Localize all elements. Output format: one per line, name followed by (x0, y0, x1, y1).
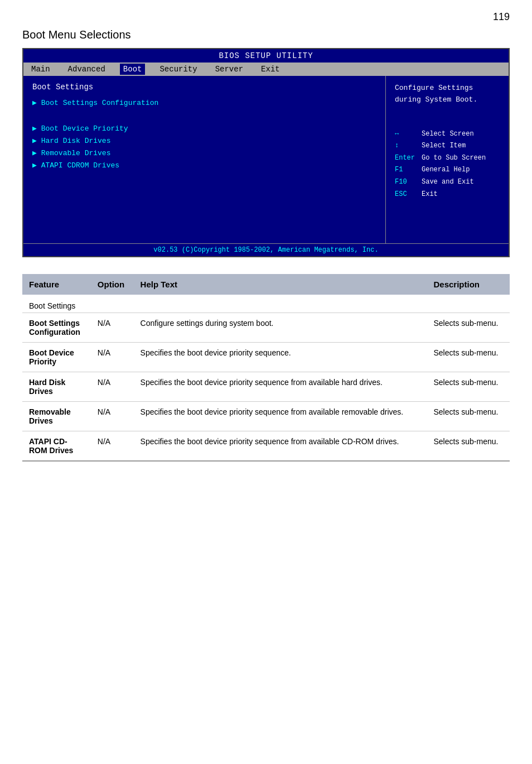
table-row: Hard DiskDrives N/A Specifies the boot d… (22, 372, 510, 402)
bios-item-atapi-cdrom[interactable]: ATAPI CDROM Drives (32, 161, 376, 170)
desc-hard-disk-drives: Selects sub-menu. (427, 372, 510, 402)
table-section-boot-settings: Boot Settings (22, 295, 510, 313)
help-boot-settings-config: Configure settings during system boot. (134, 313, 427, 343)
bios-key-enter: Enter Go to Sub Screen (395, 152, 500, 165)
key-f10: F10 (395, 176, 417, 189)
feature-boot-device-priority: Boot DevicePriority (22, 343, 91, 372)
help-hard-disk-drives: Specifies the boot device priority seque… (134, 372, 427, 402)
desc-removable-drives: Selects sub-menu. (427, 402, 510, 431)
bios-menu-advanced[interactable]: Advanced (65, 64, 109, 75)
bios-screen: BIOS SETUP UTILITY Main Advanced Boot Se… (22, 48, 510, 257)
bios-key-f10: F10 Save and Exit (395, 176, 500, 189)
bios-right-panel: Configure Settingsduring System Boot. ↔ … (386, 76, 509, 243)
table-row: Boot SettingsConfiguration N/A Configure… (22, 313, 510, 343)
bios-key-f1: F1 General Help (395, 164, 500, 176)
bios-key-select-item: ↕ Select Item (395, 140, 500, 152)
bios-menu-exit[interactable]: Exit (258, 64, 283, 75)
col-option: Option (91, 274, 134, 295)
col-feature: Feature (22, 274, 91, 295)
feature-table: Feature Option Help Text Description Boo… (22, 274, 510, 462)
key-enter: Enter (395, 152, 417, 165)
bios-section-header: Boot Settings (32, 83, 376, 92)
col-help-text: Help Text (134, 274, 427, 295)
desc-atapi-cdrom: Selects sub-menu. (427, 431, 510, 462)
key-arrow-ud: ↕ (395, 140, 417, 152)
bios-item-boot-settings-config[interactable]: Boot Settings Configuration (32, 98, 376, 107)
bios-item-removable-drives[interactable]: Removable Drives (32, 148, 376, 157)
option-hard-disk-drives: N/A (91, 372, 134, 402)
key-desc-f1: General Help (422, 164, 470, 176)
bios-body: Boot Settings Boot Settings Configuratio… (23, 76, 509, 243)
table-row: RemovableDrives N/A Specifies the boot d… (22, 402, 510, 431)
bios-menu-bar: Main Advanced Boot Security Server Exit (23, 63, 509, 76)
key-desc-select-screen: Select Screen (422, 128, 474, 141)
option-removable-drives: N/A (91, 402, 134, 431)
key-f1: F1 (395, 164, 417, 176)
bios-left-panel: Boot Settings Boot Settings Configuratio… (23, 76, 386, 243)
desc-boot-settings-config: Selects sub-menu. (427, 313, 510, 343)
bios-menu-security[interactable]: Security (156, 64, 200, 75)
feature-removable-drives: RemovableDrives (22, 402, 91, 431)
table-row: Boot DevicePriority N/A Specifies the bo… (22, 343, 510, 372)
help-atapi-cdrom: Specifies the boot device priority seque… (134, 431, 427, 462)
key-esc: ESC (395, 189, 417, 201)
key-arrow-lr: ↔ (395, 128, 417, 141)
bios-item-hard-disk-drives[interactable]: Hard Disk Drives (32, 136, 376, 145)
key-desc-f10: Save and Exit (422, 176, 474, 189)
help-boot-device-priority: Specifies the boot device priority seque… (134, 343, 427, 372)
bios-key-select-screen: ↔ Select Screen (395, 128, 500, 141)
bios-help-text: Configure Settingsduring System Boot. (395, 83, 500, 106)
key-desc-esc: Exit (422, 189, 438, 201)
option-boot-device-priority: N/A (91, 343, 134, 372)
bios-menu-boot[interactable]: Boot (120, 64, 146, 75)
bios-footer: v02.53 (C)Copyright 1985-2002, American … (23, 243, 509, 256)
table-row: ATAPI CD-ROM Drives N/A Specifies the bo… (22, 431, 510, 462)
desc-boot-device-priority: Selects sub-menu. (427, 343, 510, 372)
bios-key-esc: ESC Exit (395, 189, 500, 201)
bios-item-boot-device-priority[interactable]: Boot Device Priority (32, 124, 376, 133)
bios-title: BIOS SETUP UTILITY (23, 49, 509, 63)
key-desc-enter: Go to Sub Screen (422, 152, 486, 165)
feature-atapi-cdrom: ATAPI CD-ROM Drives (22, 431, 91, 462)
key-desc-select-item: Select Item (422, 140, 466, 152)
feature-boot-settings-config: Boot SettingsConfiguration (22, 313, 91, 343)
feature-hard-disk-drives: Hard DiskDrives (22, 372, 91, 402)
option-atapi-cdrom: N/A (91, 431, 134, 462)
section-title: Boot Menu Selections (22, 28, 510, 41)
boot-settings-label: Boot Settings (22, 295, 510, 313)
table-header-row: Feature Option Help Text Description (22, 274, 510, 295)
help-removable-drives: Specifies the boot device priority seque… (134, 402, 427, 431)
bios-menu-main[interactable]: Main (28, 64, 54, 75)
bios-menu-server[interactable]: Server (212, 64, 246, 75)
bios-key-legend: ↔ Select Screen ↕ Select Item Enter Go t… (395, 128, 500, 201)
col-description: Description (427, 274, 510, 295)
page-number: 119 (22, 11, 510, 23)
option-boot-settings-config: N/A (91, 313, 134, 343)
